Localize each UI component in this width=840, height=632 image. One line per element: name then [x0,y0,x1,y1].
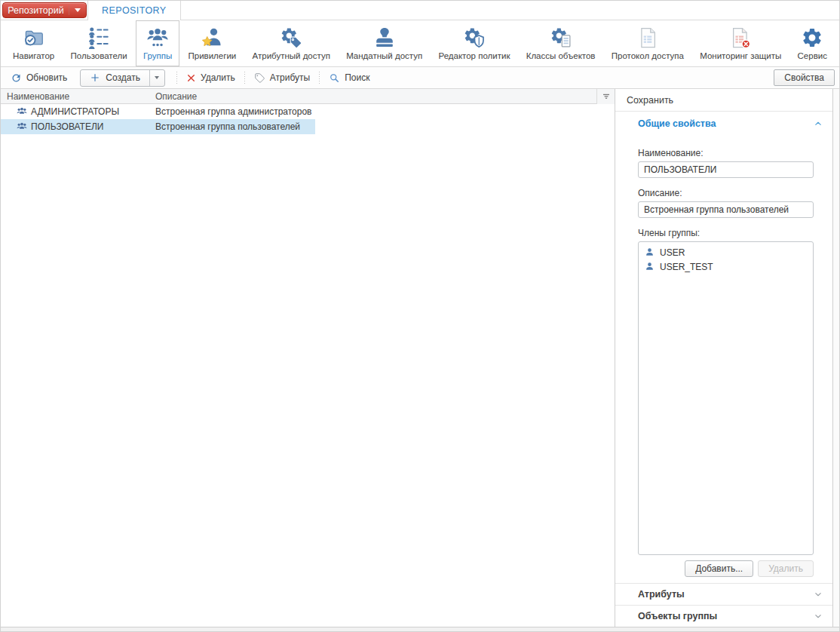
table-row-selected[interactable]: ПОЛЬЗОВАТЕЛИ Встроенная группа пользоват… [1,119,315,134]
members-list-label: Члены группы: [638,228,814,238]
group-row-icon [17,106,27,117]
create-button[interactable]: Создать [81,70,149,86]
ribbon-item-attribute-access[interactable]: Атрибутный доступ [245,20,338,66]
app-window: Репозиторий REPOSITORY Навигатор [0,0,840,632]
ribbon-item-navigator[interactable]: Навигатор [5,20,62,66]
column-header-name[interactable]: Наименование [1,91,152,102]
tag-icon [254,72,265,84]
toolbar-separator [244,72,245,84]
dropdown-caret-icon [75,8,81,12]
delete-button[interactable]: Удалить [181,70,241,85]
ribbon-item-users[interactable]: Пользователи [63,20,135,66]
tab-repository-label: REPOSITORY [102,5,167,16]
tab-strip: Репозиторий REPOSITORY [1,1,839,20]
table-row[interactable]: АДМИНИСТРАТОРЫ Встроенная группа админис… [1,104,315,119]
add-member-button[interactable]: Добавить... [685,560,753,577]
ribbon-item-security-monitoring[interactable]: Мониторинг защиты [692,20,789,66]
delete-x-icon [186,73,196,83]
member-list-item[interactable]: USER [639,245,813,259]
window-bottom-edge [1,627,839,631]
grid-header: Наименование Описание [1,89,615,104]
section-attributes[interactable]: Атрибуты [615,583,832,605]
document-alert-icon [729,25,752,51]
group-description: Встроенная группа администраторов [152,106,315,117]
panel-gutter [833,89,839,627]
folder-check-icon [23,25,45,51]
stamp-icon [372,25,397,51]
ribbon: Навигатор Пользователи [1,20,839,67]
ribbon-item-service[interactable]: Сервис [790,20,835,66]
repository-menu-label: Репозиторий [3,5,69,16]
save-button[interactable]: Сохранить [615,89,832,112]
ribbon-item-object-classes[interactable]: Классы объектов [519,20,603,66]
section-general-properties[interactable]: Общие свойства [615,112,832,136]
description-field[interactable] [638,201,814,218]
user-group-icon [146,25,169,51]
group-name: АДМИНИСТРАТОРЫ [31,106,119,117]
create-dropdown-button[interactable] [149,70,164,86]
toolbar-separator [319,72,320,84]
toolbar-separator [176,72,177,84]
refresh-button[interactable]: Обновить [5,70,72,86]
document-table-icon [636,25,659,51]
general-properties-form: Наименование: Описание: Члены группы: US… [615,136,832,577]
members-listbox: USER USER_TEST [638,241,814,555]
ribbon-item-access-log[interactable]: Протокол доступа [604,20,691,66]
ribbon-item-mandatory-access[interactable]: Мандатный доступ [339,20,430,66]
group-row-icon [17,121,27,132]
attributes-button[interactable]: Атрибуты [249,70,315,86]
description-field-label: Описание: [638,188,814,198]
ribbon-item-groups[interactable]: Группы [136,20,179,66]
section-group-objects[interactable]: Объекты группы [615,605,832,627]
plus-icon [90,72,100,83]
search-icon [329,72,340,84]
user-icon [645,247,655,257]
main-area: Наименование Описание [1,89,839,627]
chevron-up-icon [813,118,823,129]
group-description: Встроенная группа пользователей [152,121,315,132]
column-menu-icon [602,94,610,100]
chevron-down-icon [813,611,823,621]
actions-toolbar: Обновить Создать Удалить [1,67,839,89]
properties-panel: Сохранить Общие свойства Наименование: О… [615,89,833,627]
gear-tag-icon [280,25,302,51]
column-menu-button[interactable] [596,89,615,104]
dropdown-caret-icon [155,76,159,79]
remove-member-button[interactable]: Удалить [758,560,814,577]
group-name: ПОЛЬЗОВАТЕЛИ [31,121,103,132]
ribbon-item-policy-editor[interactable]: Редактор политик [431,20,517,66]
properties-button[interactable]: Свойства [774,69,835,86]
chevron-down-icon [813,589,823,600]
users-list-icon [87,25,110,51]
groups-grid: Наименование Описание [1,89,615,627]
gear-shield-icon [463,25,486,51]
member-list-item[interactable]: USER_TEST [639,259,813,274]
name-field-label: Наименование: [638,148,814,158]
search-button[interactable]: Поиск [323,70,375,86]
column-header-description[interactable]: Описание [152,91,315,102]
gear-document-icon [550,25,572,51]
name-field[interactable] [638,161,814,178]
create-split-button: Создать [80,69,165,87]
gear-icon [801,25,823,51]
repository-menu-button[interactable]: Репозиторий [2,2,87,18]
user-star-icon [201,25,223,51]
tab-repository[interactable]: REPOSITORY [87,1,181,20]
ribbon-item-privileges[interactable]: Привилегии [180,20,244,66]
button-divider [69,5,69,15]
refresh-icon [11,72,22,84]
user-icon [645,262,655,272]
